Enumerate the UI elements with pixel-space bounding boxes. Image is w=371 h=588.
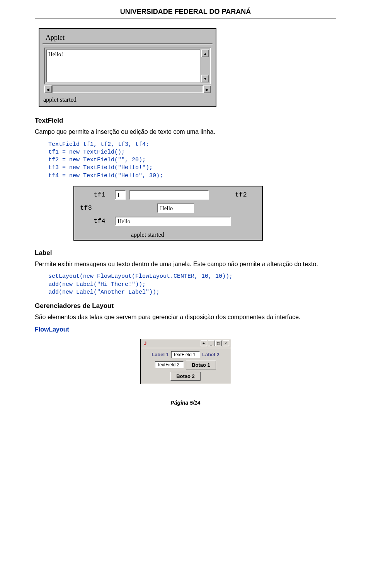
heading-layout: Gerenciadores de Layout	[35, 302, 336, 310]
textarea[interactable]: Hello!	[46, 50, 200, 82]
flow-button-2[interactable]: Botao 2	[170, 372, 201, 381]
flow-button-1[interactable]: Botao 1	[186, 361, 216, 369]
page-number: Página 5/14	[35, 400, 336, 406]
code-label: setLayout(new FlowLayout(FlowLayout.CENT…	[48, 273, 336, 296]
scrollbar-vertical[interactable]: ▲ ▼	[201, 50, 209, 82]
tf4-label: tf4	[94, 217, 115, 225]
flowlayout-window: J ✦ _ □ × Label 1 TextField 1 Label 2 Te…	[140, 339, 231, 384]
subheading-flowlayout: FlowLayout	[35, 326, 336, 333]
flow-label-2: Label 2	[202, 352, 220, 357]
page-header-title: UNIVERSIDADE FEDERAL DO PARANÁ	[35, 8, 336, 16]
minimize-button[interactable]: _	[208, 340, 214, 346]
code-textfield: TextField tf1, tf2, tf3, tf4; tf1 = new …	[48, 141, 336, 180]
heading-textfield: TextField	[35, 117, 336, 125]
header-divider	[35, 18, 336, 19]
applet-screenshot-hello: Applet Hello! ▲ ▼ ◀ ▶ applet started	[39, 28, 216, 107]
scrollbar-horizontal[interactable]: ◀ ▶	[44, 85, 211, 93]
scroll-left-icon[interactable]: ◀	[44, 85, 52, 93]
tf2-label: tf2	[235, 191, 256, 198]
tf2-input[interactable]	[129, 190, 209, 200]
scroll-right-icon[interactable]: ▶	[203, 85, 211, 93]
window-titlebar: J ✦ _ □ ×	[141, 339, 231, 348]
desc-textfield: Campo que permite a inserção ou edição d…	[35, 128, 336, 136]
flow-textfield-2[interactable]: TextField 2	[155, 361, 184, 368]
applet2-status: applet started	[130, 230, 256, 238]
applet-status: applet started	[43, 95, 213, 103]
pin-button[interactable]: ✦	[201, 340, 207, 346]
scroll-up-icon[interactable]: ▲	[201, 50, 209, 57]
java-icon: J	[142, 340, 148, 347]
flow-label-1: Label 1	[151, 352, 169, 357]
applet-screenshot-textfields: tf1 I tf2 tf3 Hello tf4 Hello applet sta…	[73, 186, 263, 241]
heading-label: Label	[35, 249, 336, 257]
tf1-label: tf1	[94, 191, 115, 198]
textarea-container: Hello! ▲ ▼	[44, 48, 211, 84]
applet-title: Applet	[43, 32, 213, 43]
desc-layout: São elementos das telas que servem para …	[35, 313, 336, 321]
flow-textfield-1[interactable]: TextField 1	[171, 351, 200, 358]
tf1-input[interactable]: I	[115, 190, 126, 200]
tf4-input[interactable]: Hello	[115, 217, 231, 226]
scroll-down-icon[interactable]: ▼	[201, 75, 209, 82]
maximize-button[interactable]: □	[215, 340, 222, 346]
close-button[interactable]: ×	[223, 340, 229, 346]
flowlayout-body: Label 1 TextField 1 Label 2 TextField 2 …	[141, 348, 231, 384]
tf3-input[interactable]: Hello	[157, 203, 194, 213]
desc-label: Permite exibir mensagens ou texto dentro…	[35, 260, 336, 268]
tf3-label: tf3	[80, 204, 101, 212]
